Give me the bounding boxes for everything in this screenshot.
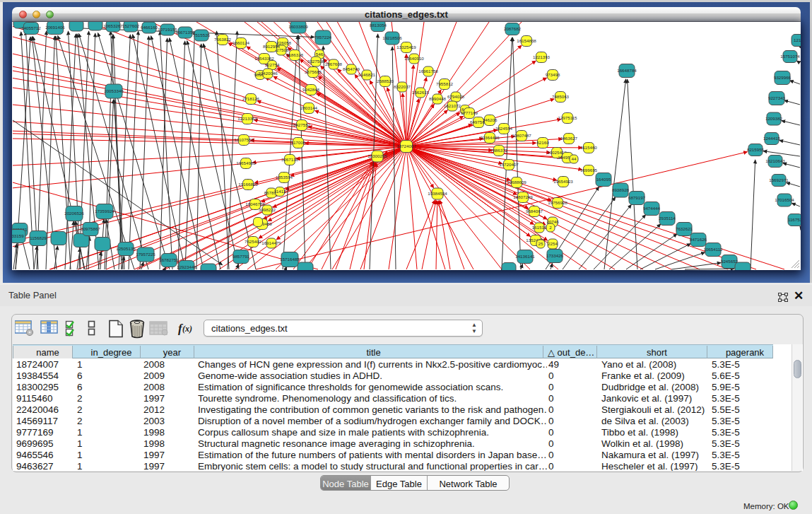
svg-text:8938928: 8938928 (612, 187, 630, 192)
svg-text:10807487: 10807487 (512, 133, 531, 138)
svg-text:1562615: 1562615 (412, 90, 430, 95)
svg-text:9660124: 9660124 (233, 40, 250, 45)
svg-text:(x): (x) (182, 324, 192, 334)
svg-text:31412: 31412 (273, 189, 286, 194)
svg-text:19654985: 19654985 (236, 160, 256, 165)
svg-text:15640910: 15640910 (404, 56, 424, 61)
svg-text:15751074: 15751074 (780, 54, 800, 59)
svg-text:7886372: 7886372 (490, 148, 508, 153)
svg-text:2803144: 2803144 (300, 105, 318, 110)
svg-text:20691406: 20691406 (45, 25, 65, 30)
svg-text:1527602: 1527602 (122, 23, 140, 28)
svg-text:30975867: 30975867 (81, 226, 100, 231)
svg-text:7857224: 7857224 (314, 35, 332, 40)
svg-text:16154838: 16154838 (517, 38, 536, 43)
svg-text:3498222: 3498222 (259, 207, 276, 212)
svg-text:13325419: 13325419 (396, 45, 416, 49)
svg-text:23420046: 23420046 (258, 71, 278, 76)
svg-text:161515: 161515 (532, 225, 547, 230)
svg-text:16648784: 16648784 (617, 68, 637, 73)
svg-text:8186328: 8186328 (286, 52, 304, 57)
svg-text:9227343: 9227343 (768, 95, 786, 100)
svg-text:546: 546 (316, 52, 324, 57)
svg-text:117006: 117006 (291, 140, 306, 145)
svg-text:2588520: 2588520 (377, 78, 394, 83)
svg-text:7485063: 7485063 (552, 94, 570, 99)
svg-text:19166825: 19166825 (238, 182, 258, 187)
svg-text:9857791: 9857791 (233, 254, 250, 259)
svg-text:1212: 1212 (794, 37, 801, 42)
svg-text:8990448: 8990448 (429, 96, 447, 101)
svg-text:2254: 2254 (548, 241, 558, 246)
svg-text:7955812: 7955812 (436, 81, 454, 86)
svg-text:2718126: 2718126 (242, 96, 260, 101)
svg-text:6879197: 6879197 (628, 195, 646, 200)
svg-text:9463627: 9463627 (560, 136, 578, 141)
svg-text:2935114: 2935114 (659, 216, 676, 221)
svg-text:10688609: 10688609 (507, 180, 526, 185)
svg-text:10107553: 10107553 (234, 137, 254, 142)
svg-text:6466160: 6466160 (141, 25, 158, 30)
svg-text:18724007: 18724007 (396, 144, 416, 148)
svg-text:12923448: 12923448 (177, 264, 196, 269)
svg-text:10654112: 10654112 (703, 247, 723, 252)
svg-text:746206: 746206 (483, 117, 498, 122)
svg-text:14136141: 14136141 (515, 254, 535, 259)
svg-text:12975115: 12975115 (558, 115, 577, 120)
svg-text:25: 25 (539, 241, 543, 246)
svg-text:16914479: 16914479 (261, 240, 281, 245)
svg-text:3675685: 3675685 (305, 69, 322, 74)
svg-text:1221393: 1221393 (533, 54, 551, 59)
svg-text:8813054: 8813054 (370, 23, 387, 28)
svg-text:9327508: 9327508 (307, 59, 325, 64)
svg-text:20053346: 20053346 (104, 88, 124, 93)
svg-text:17957225: 17957225 (136, 252, 155, 257)
svg-text:1621072: 1621072 (444, 103, 461, 108)
svg-text:9245652: 9245652 (721, 259, 739, 264)
svg-text:14055712: 14055712 (21, 25, 41, 30)
svg-text:9115460: 9115460 (580, 145, 597, 150)
svg-text:7663822: 7663822 (214, 37, 232, 42)
svg-text:164095: 164095 (596, 177, 611, 182)
svg-text:8454749: 8454749 (343, 66, 360, 71)
svg-text:16782759: 16782759 (159, 257, 179, 262)
svg-text:17016504: 17016504 (775, 197, 794, 202)
svg-text:9474444: 9474444 (643, 206, 661, 211)
svg-text:6794028: 6794028 (447, 94, 465, 99)
svg-text:10719155: 10719155 (158, 27, 177, 32)
svg-text:12213363: 12213363 (237, 116, 257, 121)
svg-text:19384554: 19384554 (428, 191, 447, 196)
svg-text:16961758: 16961758 (418, 69, 438, 74)
svg-text:7515526: 7515526 (193, 33, 211, 37)
svg-text:2: 2 (549, 225, 552, 230)
svg-text:16033809: 16033809 (288, 24, 308, 29)
svg-text:20206526: 20206526 (64, 211, 84, 216)
svg-text:8215955: 8215955 (747, 147, 765, 152)
svg-text:9242848: 9242848 (302, 87, 320, 92)
svg-text:9684067: 9684067 (526, 209, 543, 214)
svg-text:322754: 322754 (265, 62, 280, 67)
svg-text:973493: 973493 (546, 72, 560, 77)
svg-text:16210643: 16210643 (765, 158, 785, 163)
svg-text:8322037: 8322037 (394, 84, 411, 89)
svg-text:8427552: 8427552 (293, 122, 311, 127)
svg-text:9329966: 9329966 (774, 75, 792, 80)
svg-text:8912954: 8912954 (263, 44, 281, 49)
svg-text:19218506: 19218506 (382, 35, 402, 40)
svg-text:15720407: 15720407 (499, 162, 519, 167)
svg-text:9699695: 9699695 (580, 168, 598, 173)
svg-text:1209382: 1209382 (765, 116, 783, 121)
svg-text:44: 44 (572, 156, 577, 161)
svg-text:17359924: 17359924 (95, 209, 114, 214)
svg-text:3267130: 3267130 (281, 157, 299, 162)
svg-text:7625402: 7625402 (245, 239, 262, 244)
svg-text:1733426: 1733426 (546, 253, 564, 258)
svg-text:10653267: 10653267 (103, 23, 123, 28)
svg-text:12505135: 12505135 (116, 246, 136, 251)
svg-text:2087682: 2087682 (504, 26, 522, 31)
svg-text:3624554: 3624554 (495, 126, 513, 131)
svg-text:7632621: 7632621 (676, 226, 693, 231)
svg-text:1156829: 1156829 (30, 235, 47, 240)
svg-text:18807249: 18807249 (513, 194, 533, 199)
svg-text:9777169: 9777169 (461, 110, 478, 115)
